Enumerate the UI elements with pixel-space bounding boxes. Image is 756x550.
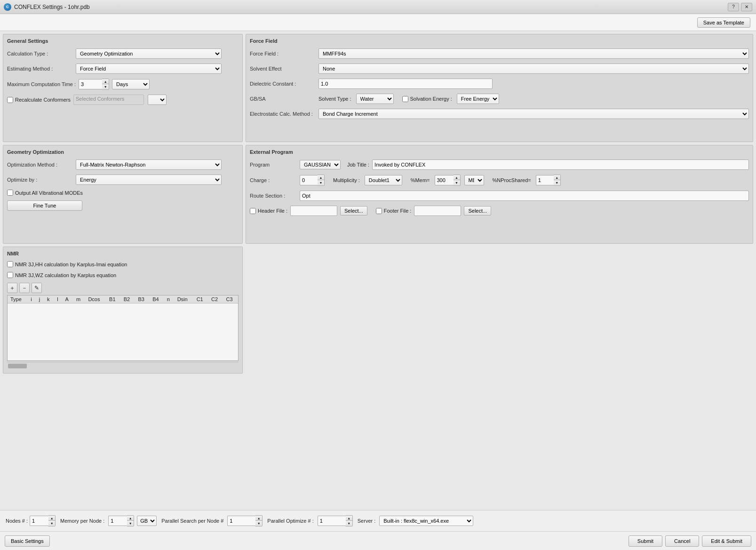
nodes-up[interactable]: ▲ bbox=[48, 516, 55, 521]
col-dsin: Dsin bbox=[175, 295, 194, 303]
nmem-unit-select[interactable]: MB bbox=[464, 175, 484, 185]
solvent-type-select[interactable]: Water bbox=[356, 94, 394, 104]
memory-per-node-param: Memory per Node : ▲ ▼ GB bbox=[60, 515, 157, 526]
program-select[interactable]: GAUSSIAN bbox=[300, 160, 341, 169]
nproc-up[interactable]: ▲ bbox=[554, 175, 560, 180]
multiplicity-select[interactable]: Doublet1 bbox=[365, 175, 402, 185]
nmr-add-button[interactable]: ＋ bbox=[7, 283, 17, 293]
nmem-down[interactable]: ▼ bbox=[454, 180, 460, 185]
col-b2: B2 bbox=[121, 295, 135, 303]
top-panels: General Settings Calculation Type : Geom… bbox=[3, 34, 753, 142]
force-field-title: Force Field bbox=[250, 38, 749, 44]
parallel-optimize-up[interactable]: ▲ bbox=[346, 516, 352, 521]
max-computation-row: Maximum Computation Time : ▲ ▼ Days bbox=[7, 79, 239, 90]
charge-input[interactable] bbox=[300, 175, 318, 185]
save-template-button[interactable]: Save as Template bbox=[697, 17, 750, 28]
vibrational-checkbox[interactable] bbox=[7, 190, 13, 196]
header-file-input[interactable] bbox=[290, 206, 337, 216]
max-computation-down[interactable]: ▼ bbox=[102, 84, 109, 89]
nmem-spin-buttons: ▲ ▼ bbox=[454, 175, 461, 186]
submit-button[interactable]: Submit bbox=[629, 535, 662, 547]
memory-input[interactable] bbox=[108, 516, 127, 526]
dielectric-input[interactable] bbox=[318, 79, 493, 89]
fine-tune-button[interactable]: Fine Tune bbox=[7, 200, 82, 211]
col-b3: B3 bbox=[135, 295, 150, 303]
optimization-method-select[interactable]: Full-Matrix Newton-Raphson bbox=[76, 159, 222, 170]
calculation-type-select[interactable]: Geometry Optimization bbox=[76, 48, 222, 59]
cancel-button[interactable]: Cancel bbox=[665, 535, 699, 547]
nmr-row: NMR NMR 3J,HH calculation by Karplus-Ima… bbox=[3, 247, 753, 374]
parallel-optimize-down[interactable]: ▼ bbox=[346, 521, 352, 526]
route-section-input[interactable] bbox=[300, 191, 749, 201]
nmem-input[interactable] bbox=[435, 175, 454, 185]
close-button[interactable]: ✕ bbox=[741, 3, 752, 11]
force-field-select[interactable]: MMFF94s bbox=[318, 48, 749, 59]
col-c2: C2 bbox=[208, 295, 223, 303]
help-button[interactable]: ? bbox=[728, 3, 739, 11]
recalculate-checkbox[interactable] bbox=[7, 97, 13, 103]
nmem-up[interactable]: ▲ bbox=[454, 175, 460, 180]
nmr-hscrollbar[interactable] bbox=[7, 362, 239, 369]
nmr-3jwz-checkbox[interactable] bbox=[7, 272, 13, 278]
optimize-by-select[interactable]: Energy bbox=[76, 175, 222, 185]
electrostatic-select[interactable]: Bond Charge Increment bbox=[318, 109, 749, 119]
nproc-input[interactable] bbox=[536, 175, 554, 185]
gbsa-row: GB/SA Solvent Type : Water Solvation Ene… bbox=[250, 94, 749, 104]
col-c1: C1 bbox=[194, 295, 208, 303]
footer-file-input[interactable] bbox=[414, 206, 461, 216]
nmr-table-header: Type i j k l A m Dcos B1 B2 B3 B4 bbox=[8, 295, 238, 303]
nmr-3jhh-row: NMR 3J,HH calculation by Karplus-Imai eq… bbox=[7, 261, 239, 267]
nodes-input[interactable] bbox=[30, 516, 48, 526]
solvent-effect-row: Solvent Effect None bbox=[250, 64, 749, 74]
memory-up[interactable]: ▲ bbox=[127, 516, 134, 521]
nodes-down[interactable]: ▼ bbox=[48, 521, 55, 526]
max-computation-input[interactable] bbox=[79, 79, 102, 89]
nproc-down[interactable]: ▼ bbox=[554, 180, 560, 185]
col-c3: C3 bbox=[223, 295, 238, 303]
selected-conformers-select[interactable] bbox=[148, 95, 167, 105]
solvent-effect-select[interactable]: None bbox=[318, 64, 749, 74]
server-label: Server : bbox=[358, 518, 376, 524]
gbsa-label: GB/SA bbox=[250, 96, 316, 102]
footer-file-checkbox[interactable] bbox=[376, 208, 382, 214]
job-title-input[interactable] bbox=[372, 159, 749, 170]
parallel-search-down[interactable]: ▼ bbox=[255, 521, 262, 526]
nmr-panel: NMR NMR 3J,HH calculation by Karplus-Ima… bbox=[3, 247, 243, 374]
server-select[interactable]: Built-in : flex8c_win_x64.exe bbox=[379, 516, 473, 526]
col-b1: B1 bbox=[106, 295, 121, 303]
route-section-row: Route Section : bbox=[250, 191, 749, 201]
app-icon: C bbox=[4, 3, 11, 11]
calculation-type-label: Calculation Type : bbox=[7, 51, 73, 56]
nmr-remove-button[interactable]: － bbox=[19, 283, 30, 293]
col-i: i bbox=[28, 295, 36, 303]
col-dcos: Dcos bbox=[85, 295, 106, 303]
parallel-search-up[interactable]: ▲ bbox=[255, 516, 262, 521]
nmr-title: NMR bbox=[7, 251, 239, 256]
geometry-optimization-title: Geometry Optimization bbox=[7, 149, 239, 155]
parallel-search-label: Parallel Search per Node # bbox=[161, 518, 223, 524]
nmr-edit-button[interactable]: ✎ bbox=[32, 283, 42, 293]
parallel-optimize-input[interactable] bbox=[318, 516, 346, 526]
max-computation-up[interactable]: ▲ bbox=[102, 79, 109, 84]
charge-down[interactable]: ▼ bbox=[318, 180, 324, 185]
nodes-label: Nodes # : bbox=[6, 518, 28, 524]
parallel-search-input[interactable] bbox=[227, 516, 255, 526]
select-header-button[interactable]: Select... bbox=[340, 206, 367, 215]
external-program-panel: External Program Program GAUSSIAN Job Ti… bbox=[246, 145, 753, 244]
memory-down[interactable]: ▼ bbox=[127, 521, 134, 526]
solvation-energy-select[interactable]: Free Energy bbox=[457, 94, 499, 104]
force-field-label: Force Field : bbox=[250, 51, 316, 56]
estimating-method-select[interactable]: Force Field bbox=[76, 64, 222, 74]
col-j: j bbox=[36, 295, 44, 303]
header-file-checkbox[interactable] bbox=[250, 208, 256, 214]
force-field-row: Force Field : MMFF94s bbox=[250, 48, 749, 59]
solvation-energy-checkbox[interactable] bbox=[402, 96, 408, 102]
select-footer-button[interactable]: Select... bbox=[464, 206, 491, 215]
max-computation-unit-select[interactable]: Days bbox=[112, 79, 150, 89]
edit-submit-button[interactable]: Edit & Submit bbox=[702, 535, 751, 547]
basic-settings-button[interactable]: Basic Settings bbox=[5, 535, 50, 547]
memory-unit-select[interactable]: GB bbox=[137, 516, 157, 526]
charge-up[interactable]: ▲ bbox=[318, 175, 324, 180]
nmr-3jhh-checkbox[interactable] bbox=[7, 261, 13, 267]
nmem-spinbox: ▲ ▼ bbox=[435, 175, 461, 186]
